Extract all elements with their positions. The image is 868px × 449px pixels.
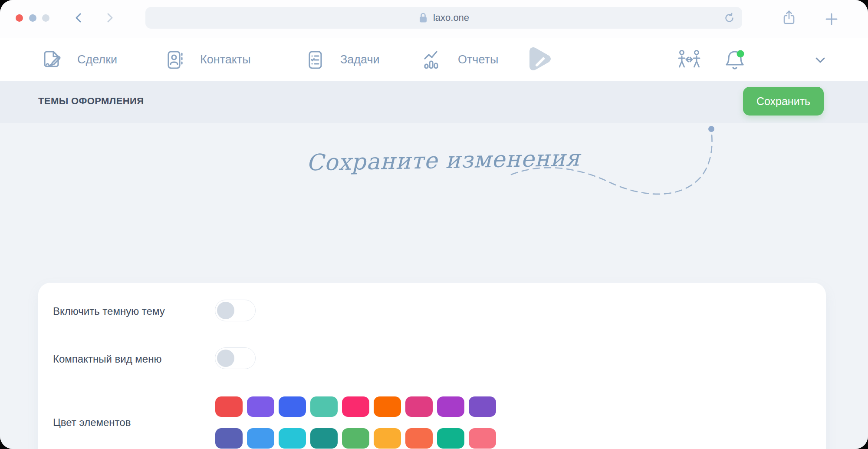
color-swatch[interactable] [247, 396, 274, 417]
new-tab-icon[interactable] [825, 11, 838, 27]
chart-icon [421, 48, 445, 72]
notification-bell-icon [722, 46, 748, 73]
profile-menu-button[interactable] [814, 38, 826, 81]
color-swatch[interactable] [279, 428, 306, 449]
reload-icon[interactable] [723, 12, 735, 24]
color-swatch[interactable] [405, 428, 433, 449]
people-transfer-icon [675, 47, 703, 73]
compact-menu-label: Компактный вид меню [53, 353, 161, 365]
color-swatch[interactable] [310, 396, 338, 417]
color-swatch[interactable] [279, 396, 306, 417]
transfer-users-button[interactable] [675, 38, 703, 81]
page-title: ТЕМЫ ОФОРМЛЕНИЯ [38, 96, 144, 107]
color-swatch[interactable] [342, 428, 369, 449]
play-logo-icon[interactable] [523, 44, 554, 76]
nav-label-reports: Отчеты [458, 53, 498, 66]
url-text: laxo.one [433, 12, 469, 23]
nav-label-tasks: Задачи [340, 53, 380, 66]
chevron-down-icon [814, 54, 826, 66]
color-swatch[interactable] [469, 428, 496, 449]
app-navbar: Сделки Контакты [0, 38, 868, 81]
lock-icon [418, 12, 428, 23]
notification-dot [737, 50, 744, 57]
swatch-row-top [215, 396, 496, 417]
color-swatch[interactable] [374, 428, 401, 449]
close-window-button[interactable] [16, 14, 23, 22]
back-button[interactable] [73, 12, 85, 24]
dark-theme-label: Включить темную тему [53, 305, 165, 317]
theme-settings-card: Включить темную тему Компактный вид меню… [38, 283, 826, 449]
compact-menu-toggle[interactable] [215, 347, 256, 369]
minimize-window-button[interactable] [29, 14, 36, 22]
main-content: Сохраните изменения Включить темную тему… [0, 123, 868, 449]
color-swatch[interactable] [247, 428, 274, 449]
forward-button[interactable] [103, 12, 115, 24]
browser-toolbar: laxo.one [0, 0, 868, 38]
nav-label-contacts: Контакты [200, 53, 251, 66]
color-swatch[interactable] [437, 396, 464, 417]
color-swatch[interactable] [342, 396, 369, 417]
color-swatch[interactable] [437, 428, 464, 449]
dark-theme-toggle[interactable] [215, 300, 256, 321]
color-swatch[interactable] [469, 396, 496, 417]
browser-window: laxo.one Сделки [0, 0, 868, 449]
color-swatch[interactable] [374, 396, 401, 417]
nav-item-reports[interactable]: Отчеты [421, 38, 498, 81]
maximize-window-button[interactable] [42, 14, 49, 22]
curve-dot [708, 126, 714, 132]
swatch-row-bottom [215, 428, 496, 449]
color-swatch[interactable] [405, 396, 433, 417]
nav-item-deals[interactable]: Сделки [40, 38, 117, 81]
notifications-button[interactable] [722, 38, 748, 81]
task-list-icon [303, 48, 327, 72]
color-swatch[interactable] [310, 428, 338, 449]
toggle-knob [217, 350, 234, 367]
nav-label-deals: Сделки [77, 53, 117, 66]
color-swatch-grid [215, 396, 496, 449]
contact-card-icon [163, 48, 187, 72]
color-swatch[interactable] [215, 428, 243, 449]
color-swatch[interactable] [215, 396, 243, 417]
page-header: ТЕМЫ ОФОРМЛЕНИЯ Сохранить [0, 81, 868, 123]
save-hint-text: Сохраните изменения [306, 145, 581, 175]
address-bar[interactable]: laxo.one [145, 7, 742, 29]
nav-item-tasks[interactable]: Задачи [303, 38, 380, 81]
deals-document-pen-icon [40, 48, 64, 72]
share-icon[interactable] [782, 10, 796, 26]
nav-item-contacts[interactable]: Контакты [163, 38, 251, 81]
save-button[interactable]: Сохранить [743, 87, 824, 116]
element-colors-label: Цвет элементов [53, 416, 131, 429]
toggle-knob [217, 302, 234, 319]
